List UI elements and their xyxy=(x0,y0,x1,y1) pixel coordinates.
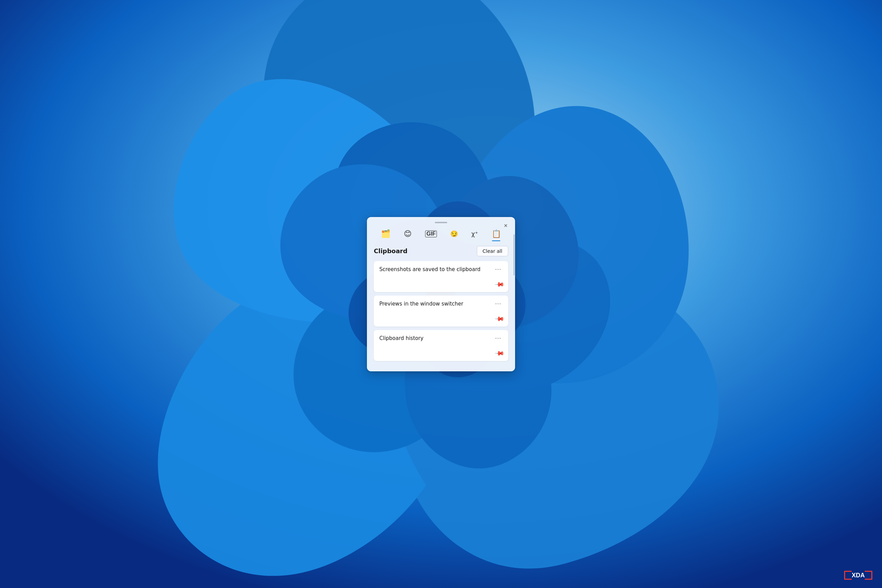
clipboard-item-3-pin[interactable]: 📌 xyxy=(496,350,503,357)
drag-handle xyxy=(435,222,447,223)
clipboard-item-3-text: Clipboard history xyxy=(380,335,494,342)
clipboard-panel: ✕ 🗂️ 😊 GIF 😏 χ⁺ xyxy=(367,217,515,371)
tab-gif[interactable]: GIF xyxy=(420,228,442,240)
clipboard-item-1-more-button[interactable]: ··· xyxy=(494,266,502,272)
scrollbar[interactable] xyxy=(513,217,515,371)
stickers-icon: 🗂️ xyxy=(381,230,390,238)
clipboard-item-2[interactable]: Previews in the window switcher ··· 📌 xyxy=(374,296,508,327)
clipboard-item-2-text: Previews in the window switcher xyxy=(380,300,494,308)
xda-bracket-left xyxy=(844,571,852,580)
section-header: Clipboard Clear all xyxy=(374,246,508,256)
section-title: Clipboard xyxy=(374,248,408,255)
tabs-row: 🗂️ 😊 GIF 😏 χ⁺ 📋 xyxy=(367,226,515,240)
panel-overlay: ✕ 🗂️ 😊 GIF 😏 χ⁺ xyxy=(0,0,882,588)
drag-handle-area xyxy=(367,217,515,226)
tab-clipboard[interactable]: 📋 xyxy=(487,227,506,240)
pin-icon-1: 📌 xyxy=(494,279,505,290)
tab-active-indicator xyxy=(492,240,500,241)
clipboard-item-1[interactable]: Screenshots are saved to the clipboard ·… xyxy=(374,261,508,292)
pin-icon-2: 📌 xyxy=(494,314,505,324)
clipboard-item-3-top: Clipboard history ··· xyxy=(380,335,502,342)
symbols-icon: χ⁺ xyxy=(471,231,478,237)
tab-emoji[interactable]: 😊 xyxy=(399,227,417,240)
tab-symbols[interactable]: χ⁺ xyxy=(466,228,483,240)
clipboard-item-1-pin[interactable]: 📌 xyxy=(496,281,503,288)
xda-watermark: XDA xyxy=(844,571,872,580)
scrollbar-thumb[interactable] xyxy=(513,234,515,276)
tab-stickers[interactable]: 🗂️ xyxy=(376,227,395,240)
clipboard-item-2-top: Previews in the window switcher ··· xyxy=(380,300,502,308)
clipboard-icon: 📋 xyxy=(492,230,501,238)
tab-kaomoji[interactable]: 😏 xyxy=(446,228,463,240)
clipboard-item-1-text: Screenshots are saved to the clipboard xyxy=(380,266,494,273)
clipboard-item-3-more-button[interactable]: ··· xyxy=(494,335,502,341)
kaomoji-icon: 😏 xyxy=(450,231,458,237)
clipboard-item-2-pin[interactable]: 📌 xyxy=(496,315,503,322)
xda-bracket-right xyxy=(865,571,872,580)
clipboard-item-3[interactable]: Clipboard history ··· 📌 xyxy=(374,330,508,361)
clipboard-item-2-more-button[interactable]: ··· xyxy=(494,300,502,307)
emoji-icon: 😊 xyxy=(404,230,412,238)
panel-body: Clipboard Clear all Screenshots are save… xyxy=(367,240,515,371)
xda-logo-text: XDA xyxy=(852,572,865,579)
pin-icon-3: 📌 xyxy=(494,348,505,358)
clipboard-item-1-top: Screenshots are saved to the clipboard ·… xyxy=(380,266,502,273)
clear-all-button[interactable]: Clear all xyxy=(477,246,508,256)
gif-icon: GIF xyxy=(425,231,437,237)
